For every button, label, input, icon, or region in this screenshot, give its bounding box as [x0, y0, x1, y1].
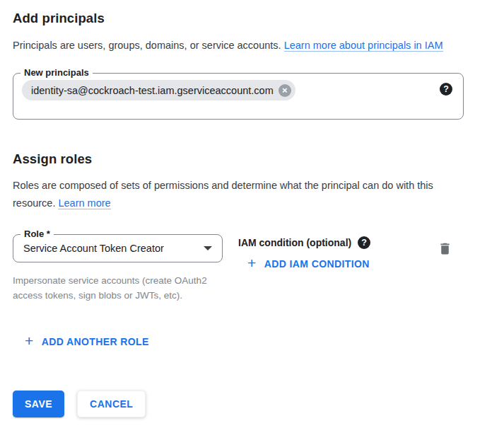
dropdown-arrow-icon — [204, 246, 212, 250]
add-another-role-button[interactable]: + ADD ANOTHER ROLE — [25, 336, 149, 347]
assign-roles-title: Assign roles — [13, 151, 491, 167]
add-iam-condition-label: ADD IAM CONDITION — [264, 258, 370, 270]
learn-more-roles-link[interactable]: Learn more — [58, 197, 110, 209]
trash-icon — [438, 241, 452, 256]
principal-chip[interactable]: identity-sa@cockroach-test.iam.gservicea… — [22, 80, 295, 100]
remove-principal-icon[interactable]: × — [279, 84, 291, 97]
role-select[interactable]: Role * Service Account Token Creator — [13, 234, 223, 262]
cancel-button[interactable]: CANCEL — [77, 391, 146, 417]
iam-condition-label: IAM condition (optional) — [238, 237, 351, 248]
add-another-role-label: ADD ANOTHER ROLE — [42, 336, 149, 347]
learn-more-principals-link[interactable]: Learn more about principals in IAM — [284, 40, 443, 52]
principal-chip-label: identity-sa@cockroach-test.iam.gservicea… — [31, 85, 274, 96]
iam-condition-help-icon[interactable]: ? — [358, 236, 370, 249]
new-principals-label: New principals — [20, 67, 93, 78]
add-iam-condition-button[interactable]: + ADD IAM CONDITION — [247, 258, 370, 270]
save-button[interactable]: SAVE — [13, 391, 64, 417]
new-principals-field[interactable]: New principals identity-sa@cockroach-tes… — [13, 73, 464, 120]
assign-roles-paragraph: Roles are composed of sets of permission… — [13, 177, 437, 212]
delete-role-button[interactable] — [438, 241, 452, 256]
intro-text: Principals are users, groups, domains, o… — [13, 40, 281, 51]
iam-condition-label-row: IAM condition (optional) ? — [238, 236, 370, 249]
intro-paragraph: Principals are users, groups, domains, o… — [13, 37, 465, 54]
add-principals-panel: Add principals Principals are users, gro… — [0, 0, 504, 417]
principals-help-icon[interactable]: ? — [440, 83, 452, 96]
plus-icon: + — [25, 335, 34, 347]
role-label: Role * — [20, 229, 54, 239]
page-title: Add principals — [13, 11, 491, 26]
role-column: Role * Service Account Token Creator Imp… — [13, 234, 223, 303]
role-selected-value: Service Account Token Creator — [23, 243, 204, 254]
plus-icon: + — [247, 258, 257, 269]
iam-condition-column: IAM condition (optional) ? + ADD IAM CON… — [238, 234, 370, 272]
role-row: Role * Service Account Token Creator Imp… — [13, 234, 491, 303]
role-description: Impersonate service accounts (create OAu… — [13, 273, 219, 303]
action-bar: SAVE CANCEL — [13, 391, 491, 417]
